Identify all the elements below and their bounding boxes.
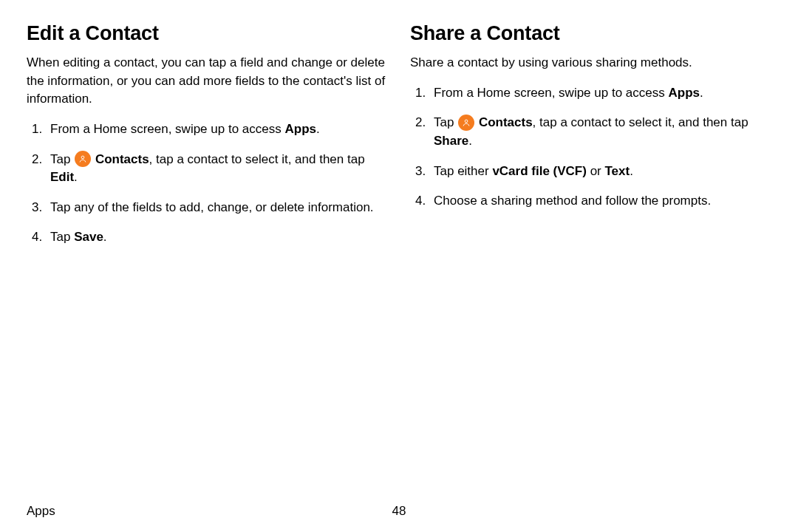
list-item: From a Home screen, swipe up to access A… <box>46 120 388 139</box>
page-footer: Apps 48 <box>27 498 771 519</box>
step-text: . <box>468 134 472 148</box>
share-contact-intro: Share a contact by using various sharing… <box>410 54 771 72</box>
step-text: Tap <box>50 230 74 244</box>
step-text: Tap <box>50 152 74 166</box>
bold-text: Contacts <box>479 115 533 129</box>
bold-text: Contacts <box>95 152 149 166</box>
svg-point-1 <box>465 120 468 123</box>
list-item: Choose a sharing method and follow the p… <box>429 192 771 211</box>
bold-text: Share <box>434 134 468 148</box>
share-contact-heading: Share a Contact <box>410 22 771 45</box>
bold-text: Edit <box>50 170 74 184</box>
svg-point-0 <box>81 156 84 159</box>
contacts-icon <box>75 151 91 167</box>
footer-page-number: 48 <box>392 504 406 519</box>
list-item: Tap Contacts, tap a contact to select it… <box>429 114 771 150</box>
right-column: Share a Contact Share a contact by using… <box>410 22 771 498</box>
list-item: Tap any of the fields to add, change, or… <box>46 199 388 217</box>
step-text: Tap any of the fields to add, change, or… <box>50 200 374 214</box>
edit-contact-heading: Edit a Contact <box>27 22 388 45</box>
list-item: Tap either vCard file (VCF) or Text. <box>429 163 771 181</box>
step-text: Tap either <box>434 164 492 178</box>
page: Edit a Contact When editing a contact, y… <box>0 0 798 532</box>
bold-text: Apps <box>284 122 316 136</box>
step-text: . <box>630 164 633 178</box>
bold-text: Text <box>604 164 630 178</box>
edit-contact-steps: From a Home screen, swipe up to access A… <box>27 120 388 247</box>
two-column-layout: Edit a Contact When editing a contact, y… <box>27 22 771 498</box>
bold-text: Save <box>74 230 103 244</box>
step-text: From a Home screen, swipe up to access <box>50 122 284 136</box>
step-text: , tap a contact to select it, and then t… <box>533 115 748 129</box>
step-text: . <box>316 122 320 136</box>
list-item: Tap Save. <box>46 228 388 247</box>
step-text: . <box>700 86 703 100</box>
left-column: Edit a Contact When editing a contact, y… <box>27 22 388 498</box>
bold-text: vCard file (VCF) <box>492 164 587 178</box>
step-text: or <box>587 164 605 178</box>
list-item: Tap Contacts, tap a contact to select it… <box>46 151 388 187</box>
step-text: , tap a contact to select it, and then t… <box>149 152 365 166</box>
list-item: From a Home screen, swipe up to access A… <box>429 84 771 103</box>
step-text: Choose a sharing method and follow the p… <box>434 194 711 208</box>
step-text: Tap <box>434 115 457 129</box>
footer-section-label: Apps <box>27 504 55 519</box>
contacts-icon <box>458 115 474 131</box>
share-contact-steps: From a Home screen, swipe up to access A… <box>410 84 771 211</box>
step-text: . <box>74 170 78 184</box>
bold-text: Apps <box>668 86 700 100</box>
edit-contact-intro: When editing a contact, you can tap a fi… <box>27 54 388 109</box>
step-text: . <box>103 230 107 244</box>
step-text: From a Home screen, swipe up to access <box>434 86 668 100</box>
